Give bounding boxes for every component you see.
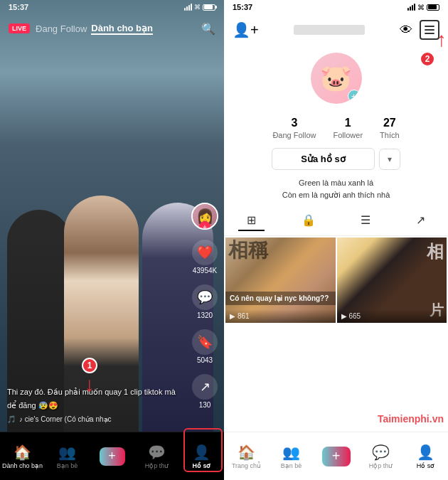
right-battery-icon: [427, 4, 439, 11]
menu-line-3: [425, 33, 434, 34]
rnav-home[interactable]: 🏠 Trang chủ: [224, 444, 269, 469]
stat-followers: 1 Follower: [334, 117, 363, 139]
nav-create[interactable]: +: [90, 443, 134, 470]
rnav-inbox[interactable]: 💬 Hộp thư: [358, 444, 403, 469]
menu-line-2: [425, 29, 434, 31]
follow-tabs: Đang Follow Dành cho bạn: [36, 23, 201, 35]
avatar-emoji: 🐷: [320, 63, 352, 93]
video-1-overlay: ▶ 861: [225, 309, 336, 323]
share-button[interactable]: ↗ 130: [192, 374, 218, 409]
rnav-home-label: Trang chủ: [232, 462, 261, 469]
create-plus-icon: +: [100, 447, 125, 466]
nav-home-label: Dành cho bạn: [2, 462, 43, 469]
eye-icon[interactable]: 👁: [400, 23, 412, 38]
watermark-suffix: .vn: [430, 413, 444, 425]
heart-icon: ❤️: [192, 240, 218, 265]
profile-avatar: 🐷 +: [311, 53, 362, 104]
rnav-create[interactable]: +: [314, 447, 358, 466]
tab-videos[interactable]: ⊞: [238, 210, 265, 231]
tab-dang-follow[interactable]: Đang Follow: [36, 23, 87, 34]
creator-avatar[interactable]: 👩: [191, 203, 218, 230]
song-title: ♪ cie's Corner (Có chứa nhạc: [19, 415, 112, 423]
rnav-friends-label: Bạn bè: [281, 462, 302, 469]
rnav-create-icon: +: [322, 447, 351, 466]
nav-friends[interactable]: 👥 Bạn bè: [45, 439, 90, 474]
edit-profile-row: Sửa hồ sơ ▾: [224, 144, 448, 174]
profile-icon: 👤: [193, 444, 210, 461]
rnav-inbox-icon: 💬: [372, 444, 390, 461]
battery-icon: [203, 4, 215, 11]
add-friend-icon[interactable]: 👤+: [233, 21, 259, 38]
bottom-nav-left: 🏠 Dành cho bạn 👥 Bạn bè + 💬 Hộp thư 👤 Hồ…: [0, 432, 224, 480]
arrow-down-1: ↓: [82, 375, 97, 395]
followers-label: Follower: [334, 131, 363, 139]
badge-circle-1: 1: [82, 358, 97, 373]
nav-inbox[interactable]: 💬 Hộp thư: [134, 439, 179, 474]
nav-home[interactable]: 🏠 Dành cho bạn: [0, 439, 45, 474]
menu-line-1: [425, 26, 434, 27]
like-button[interactable]: ❤️ 43954K: [192, 240, 218, 274]
right-topbar: 👤+ 👁: [224, 14, 448, 46]
music-icon: 🎵: [7, 415, 16, 423]
video-2-views: ▶ 665: [341, 312, 443, 320]
rnav-profile[interactable]: 👤 Hồ sơ: [403, 444, 448, 469]
tab-shared[interactable]: ↗: [407, 210, 434, 231]
tab-danh-cho-ban[interactable]: Dành cho bạn: [91, 23, 153, 35]
add-avatar-button[interactable]: +: [348, 90, 361, 102]
rnav-home-icon: 🏠: [238, 444, 255, 461]
home-icon: 🏠: [14, 444, 31, 461]
status-icons: ⌘: [184, 4, 215, 11]
share-icon: ↗: [192, 374, 218, 400]
comment-icon: 💬: [192, 284, 218, 310]
rnav-profile-icon: 👤: [417, 444, 434, 461]
profile-name-blur: [294, 25, 365, 35]
bookmark-icon: 🔖: [192, 329, 218, 355]
nav-profile[interactable]: 👤 Hồ sơ: [179, 439, 224, 474]
save-button[interactable]: 🔖 5043: [192, 329, 218, 364]
left-topbar: LIVE Đang Follow Dành cho bạn 🔍: [0, 13, 224, 44]
save-count: 5043: [197, 356, 213, 364]
rnav-friends[interactable]: 👥 Bạn bè: [269, 444, 314, 469]
following-label: Đang Follow: [272, 131, 316, 139]
bio-line-1: Green là màu xanh lá: [299, 178, 373, 187]
rnav-profile-label: Hồ sơ: [417, 462, 435, 469]
comment-button[interactable]: 💬 1320: [192, 284, 218, 319]
right-wifi-icon: ⌘: [417, 4, 425, 11]
nav-friends-label: Bạn bè: [57, 462, 78, 469]
inbox-icon: 💬: [148, 444, 166, 461]
right-statusbar: 15:37 ⌘: [224, 0, 448, 14]
annotation-arrow-2: ↑ 2: [437, 30, 447, 67]
video-2-overlay: ▶ 665: [337, 309, 447, 323]
bio-text: Green là màu xanh lá Còn em là người anh…: [224, 174, 448, 206]
right-time: 15:37: [233, 3, 252, 11]
dropdown-button[interactable]: ▾: [379, 149, 400, 170]
share-count: 130: [199, 401, 211, 409]
video-thumb-2[interactable]: 相 片 ▶ 665: [337, 238, 447, 323]
stat-following: 3 Đang Follow: [272, 117, 316, 139]
likes-label: Thích: [380, 131, 400, 139]
status-bar: 15:37 ⌘: [0, 0, 224, 14]
song-info: 🎵 ♪ cie's Corner (Có chứa nhạc: [7, 415, 185, 423]
rnav-inbox-label: Hộp thư: [369, 462, 393, 469]
bottom-nav-right: 🏠 Trang chủ 👥 Bạn bè + 💬 Hộp thư 👤 Hồ sơ: [224, 432, 448, 480]
video-thumb-1[interactable]: 相稱 Có nên quay lại nyc không?? ▶ 861: [225, 238, 336, 323]
content-tabs: ⊞ 🔒 ☰ ↗: [224, 206, 448, 236]
stats-row: 3 Đang Follow 1 Follower 27 Thích: [224, 110, 448, 144]
nav-profile-label: Hồ sơ: [192, 462, 210, 469]
video-1-caption: Có nên quay lại nyc không??: [230, 294, 331, 302]
time-display: 15:37: [9, 3, 28, 11]
annotation-1: 1 ↓: [82, 358, 97, 395]
comment-count: 1320: [197, 311, 213, 319]
right-panel: 15:37 ⌘ 👤+ 👁 ↑: [224, 0, 448, 480]
nav-inbox-label: Hộp thư: [145, 462, 169, 469]
search-icon[interactable]: 🔍: [201, 22, 215, 36]
friends-icon: 👥: [58, 444, 76, 461]
tab-locked[interactable]: 🔒: [293, 210, 324, 231]
wifi-icon: ⌘: [194, 4, 201, 11]
signal-icon: [184, 4, 192, 11]
live-badge: LIVE: [9, 23, 30, 33]
right-signal-icon: [407, 4, 415, 11]
bio-line-2: Còn em là người anh thích nhà: [282, 191, 390, 199]
edit-profile-button[interactable]: Sửa hồ sơ: [272, 148, 374, 170]
tab-liked[interactable]: ☰: [352, 210, 379, 231]
